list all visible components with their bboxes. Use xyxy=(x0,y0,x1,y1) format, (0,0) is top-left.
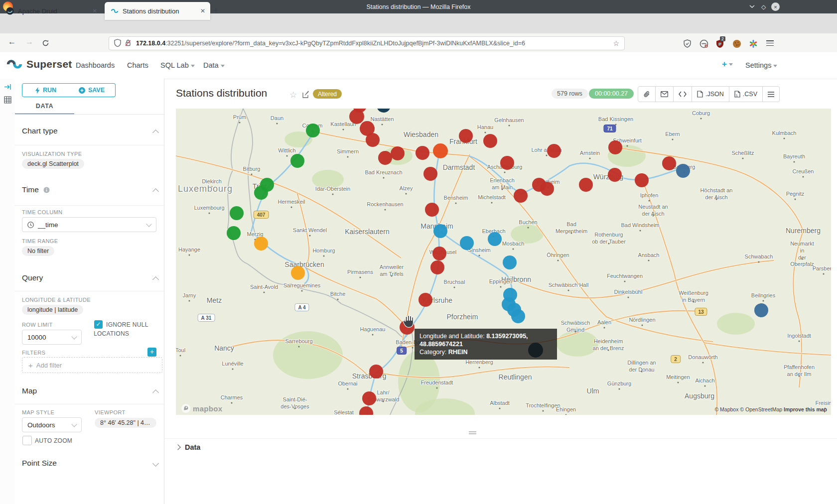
chevron-up-icon[interactable] xyxy=(152,188,159,195)
scatter-point-red[interactable] xyxy=(418,293,432,307)
scatter-point-cyan[interactable] xyxy=(433,224,447,238)
scatter-point-red[interactable] xyxy=(432,247,446,260)
scatter-point-red[interactable] xyxy=(662,156,676,170)
scatter-point-green[interactable] xyxy=(227,226,241,240)
tab-stations-distribution[interactable]: Stations distribution ✕ xyxy=(105,2,210,20)
scatter-point-cyan[interactable] xyxy=(511,309,525,323)
embed-code-button[interactable] xyxy=(674,87,692,102)
scatter-point-orange[interactable] xyxy=(254,237,268,251)
scatter-point-red[interactable] xyxy=(547,144,561,158)
export-json-button[interactable]: .JSON xyxy=(692,87,729,102)
scatter-point-cyan[interactable] xyxy=(503,255,517,269)
scatter-point-green[interactable] xyxy=(306,124,320,137)
run-button[interactable]: RUN xyxy=(22,83,70,97)
tab-data[interactable]: DATA xyxy=(15,103,74,115)
scatter-point-red[interactable] xyxy=(540,182,554,196)
scatter-point-red[interactable] xyxy=(369,365,383,378)
scatter-point-green[interactable] xyxy=(254,186,268,200)
scatter-point-red[interactable] xyxy=(459,129,473,143)
chevron-up-icon[interactable] xyxy=(152,129,159,136)
time-column-select[interactable]: __time xyxy=(22,217,156,232)
chevron-up-icon[interactable] xyxy=(152,389,159,396)
tab-apache-druid[interactable]: Apache Druid ✕ xyxy=(0,2,102,20)
lonlat-value[interactable]: longitude | latitude xyxy=(22,305,83,315)
cookie-extension-icon[interactable] xyxy=(732,39,741,48)
tab-close-icon[interactable]: ✕ xyxy=(92,7,97,14)
time-range-value[interactable]: No filter xyxy=(22,246,54,256)
chevron-down-icon[interactable] xyxy=(152,460,159,467)
scatter-point-red[interactable] xyxy=(423,167,437,181)
altered-badge[interactable]: Altered xyxy=(313,89,342,99)
map-attribution[interactable]: © Mapbox © OpenStreetMap Improve this ma… xyxy=(714,406,827,412)
scatter-point-cyan[interactable] xyxy=(488,232,502,246)
scatter-point-green[interactable] xyxy=(290,154,304,168)
row-limit-select[interactable]: 10000 xyxy=(22,330,82,345)
scatter-point-red[interactable] xyxy=(430,260,444,274)
mapbox-logo[interactable]: mapbox xyxy=(181,403,222,413)
scatter-point-green[interactable] xyxy=(230,206,244,220)
section-query[interactable]: Query xyxy=(22,273,43,282)
section-point-size[interactable]: Point Size xyxy=(22,459,57,468)
scatter-point-steel[interactable] xyxy=(754,303,768,317)
menu-hamburger-icon[interactable] xyxy=(766,40,774,46)
scatter-point-red[interactable] xyxy=(635,173,649,187)
auto-zoom-checkbox[interactable] xyxy=(22,436,32,445)
section-map[interactable]: Map xyxy=(22,386,37,395)
ublock-shield-icon[interactable]: 2 xyxy=(716,39,725,48)
collapse-panel-icon[interactable] xyxy=(4,83,11,92)
scatter-point-red[interactable] xyxy=(514,189,528,203)
nav-data[interactable]: Data xyxy=(203,61,225,69)
favorite-star-icon[interactable]: ☆ xyxy=(289,90,297,100)
nav-sql-lab[interactable]: SQL Lab xyxy=(160,61,195,69)
scatter-point-red[interactable] xyxy=(362,391,376,405)
nav-add-button[interactable]: + xyxy=(722,59,733,69)
window-maximize-button[interactable]: ◇ xyxy=(759,2,768,11)
shield-icon[interactable] xyxy=(114,39,121,48)
bookmark-star-icon[interactable]: ☆ xyxy=(613,39,619,47)
section-chart-type[interactable]: Chart type xyxy=(22,126,58,135)
protections-shield-icon[interactable] xyxy=(683,39,692,48)
scatter-point-red[interactable] xyxy=(425,203,439,217)
ignore-null-checkbox[interactable]: ✓ xyxy=(94,320,103,329)
url-bar[interactable]: 172.18.0.4 :32251/superset/explore/?form… xyxy=(109,36,625,50)
scatter-point-red[interactable] xyxy=(378,151,392,165)
scatter-point-red[interactable] xyxy=(579,178,593,192)
scatter-point-red[interactable] xyxy=(608,140,622,154)
lock-insecure-icon[interactable] xyxy=(125,39,132,48)
save-button[interactable]: SAVE xyxy=(68,83,116,97)
section-time[interactable]: Time xyxy=(22,185,50,194)
export-csv-button[interactable]: .CSV xyxy=(729,87,763,102)
viewport-value[interactable]: 8° 46' 45.28" | 49… xyxy=(95,418,156,428)
dataset-grid-icon[interactable] xyxy=(4,96,11,106)
scatter-point-red[interactable] xyxy=(608,168,622,182)
mask-extension-icon[interactable] xyxy=(699,39,708,48)
scatter-point-red[interactable] xyxy=(500,156,514,170)
new-tab-button[interactable]: + xyxy=(213,5,219,16)
deckgl-scatterplot-map[interactable]: PrümDaunCochemNastättenGelnhausenBad Kis… xyxy=(176,109,831,415)
colorful-extension-icon[interactable] xyxy=(749,39,758,48)
superset-logo[interactable]: Superset xyxy=(6,58,72,71)
nav-dashboards[interactable]: Dashboards xyxy=(76,61,115,69)
scatter-point-red[interactable] xyxy=(349,109,364,124)
window-close-button[interactable]: × xyxy=(771,2,780,11)
add-filter-box[interactable]: + Add filter xyxy=(22,357,162,373)
tab-close-icon[interactable]: ✕ xyxy=(200,7,205,14)
data-section-toggle[interactable]: Data xyxy=(176,443,200,451)
scatter-point-red[interactable] xyxy=(416,146,429,160)
add-filter-plus-button[interactable]: + xyxy=(147,348,156,357)
back-button[interactable]: ← xyxy=(8,37,16,46)
scatter-point-red[interactable] xyxy=(483,134,497,148)
reload-button[interactable] xyxy=(42,39,49,49)
window-minimize-button[interactable] xyxy=(748,2,756,11)
scatter-point-cyan[interactable] xyxy=(460,236,474,250)
scatter-point-flame[interactable] xyxy=(433,143,448,158)
scatter-point-steel[interactable] xyxy=(676,164,690,178)
nav-charts[interactable]: Charts xyxy=(127,61,148,69)
scatter-point-red[interactable] xyxy=(366,133,380,147)
edit-properties-icon[interactable] xyxy=(302,91,310,100)
scatter-point-orange[interactable] xyxy=(291,266,305,280)
chevron-up-icon[interactable] xyxy=(152,276,159,283)
scatter-point-red[interactable] xyxy=(391,146,405,160)
email-button[interactable] xyxy=(656,87,674,102)
map-style-select[interactable]: Outdoors xyxy=(22,417,82,432)
